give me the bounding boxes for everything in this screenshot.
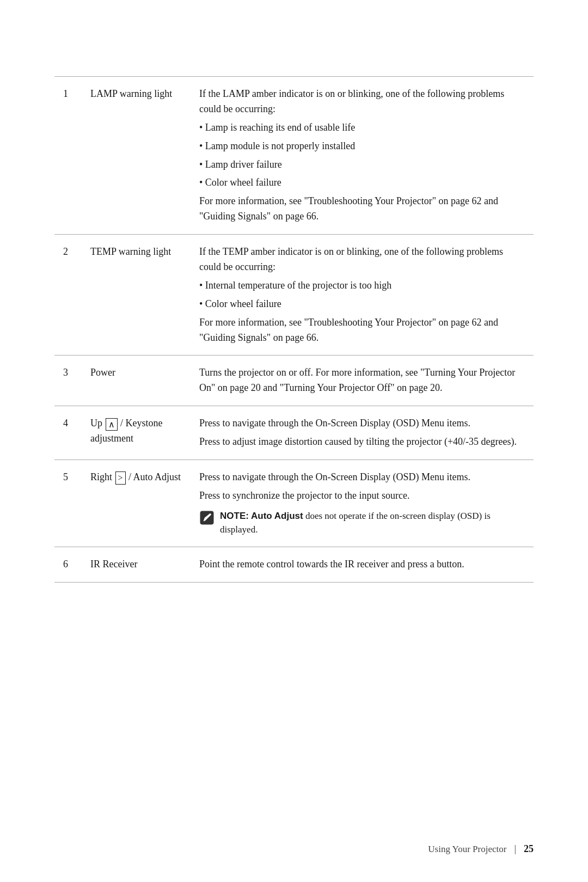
row-number: 1	[54, 77, 82, 235]
description-line: • Internal temperature of the projector …	[199, 278, 525, 293]
description-line: Press to adjust image distortion caused …	[199, 434, 525, 450]
description-line: Press to navigate through the On-Screen …	[199, 470, 525, 485]
footer-page-number: 25	[524, 843, 534, 855]
table-row: 2TEMP warning lightIf the TEMP amber ind…	[54, 235, 534, 356]
footer: Using Your Projector | 25	[54, 843, 534, 855]
row-number: 4	[54, 406, 82, 460]
row-description: Press to navigate through the On-Screen …	[191, 406, 534, 460]
note-text: NOTE: Auto Adjust does not operate if th…	[220, 509, 525, 537]
row-label: Power	[82, 356, 191, 406]
row-label: Right > / Auto Adjust	[82, 460, 191, 547]
description-line: • Lamp driver failure	[199, 157, 525, 173]
page-container: 1LAMP warning lightIf the LAMP amber ind…	[0, 0, 588, 882]
key-symbol: >	[115, 471, 126, 484]
row-number: 2	[54, 235, 82, 356]
description-line: • Color wheel failure	[199, 175, 525, 191]
main-table: 1LAMP warning lightIf the LAMP amber ind…	[54, 76, 534, 583]
description-line: Press to navigate through the On-Screen …	[199, 416, 525, 431]
note-block: NOTE: Auto Adjust does not operate if th…	[199, 509, 525, 537]
table-row: 4Up ∧ / Keystone adjustmentPress to navi…	[54, 406, 534, 460]
description-line: Point the remote control towards the IR …	[199, 557, 525, 572]
description-line: • Lamp module is not properly installed	[199, 139, 525, 154]
row-label: TEMP warning light	[82, 235, 191, 356]
row-description: Press to navigate through the On-Screen …	[191, 460, 534, 547]
table-row: 1LAMP warning lightIf the LAMP amber ind…	[54, 77, 534, 235]
footer-section-label: Using Your Projector	[428, 844, 506, 855]
footer-separator: |	[514, 843, 516, 855]
note-icon	[199, 510, 215, 525]
row-label: LAMP warning light	[82, 77, 191, 235]
row-description: Turns the projector on or off. For more …	[191, 356, 534, 406]
description-line: • Lamp is reaching its end of usable lif…	[199, 120, 525, 136]
row-description: Point the remote control towards the IR …	[191, 547, 534, 582]
row-label: IR Receiver	[82, 547, 191, 582]
row-number: 6	[54, 547, 82, 582]
row-description: If the LAMP amber indicator is on or bli…	[191, 77, 534, 235]
description-line: If the LAMP amber indicator is on or bli…	[199, 87, 525, 117]
row-label: Up ∧ / Keystone adjustment	[82, 406, 191, 460]
table-row: 6IR ReceiverPoint the remote control tow…	[54, 547, 534, 582]
row-number: 5	[54, 460, 82, 547]
key-symbol: ∧	[106, 418, 118, 431]
row-number: 3	[54, 356, 82, 406]
table-row: 5Right > / Auto AdjustPress to navigate …	[54, 460, 534, 547]
description-line: If the TEMP amber indicator is on or bli…	[199, 244, 525, 275]
description-line: For more information, see "Troubleshooti…	[199, 315, 525, 346]
description-line: • Color wheel failure	[199, 297, 525, 312]
description-line: Press to synchronize the projector to th…	[199, 488, 525, 504]
description-line: Turns the projector on or off. For more …	[199, 365, 525, 396]
row-description: If the TEMP amber indicator is on or bli…	[191, 235, 534, 356]
table-row: 3PowerTurns the projector on or off. For…	[54, 356, 534, 406]
description-line: For more information, see "Troubleshooti…	[199, 194, 525, 224]
